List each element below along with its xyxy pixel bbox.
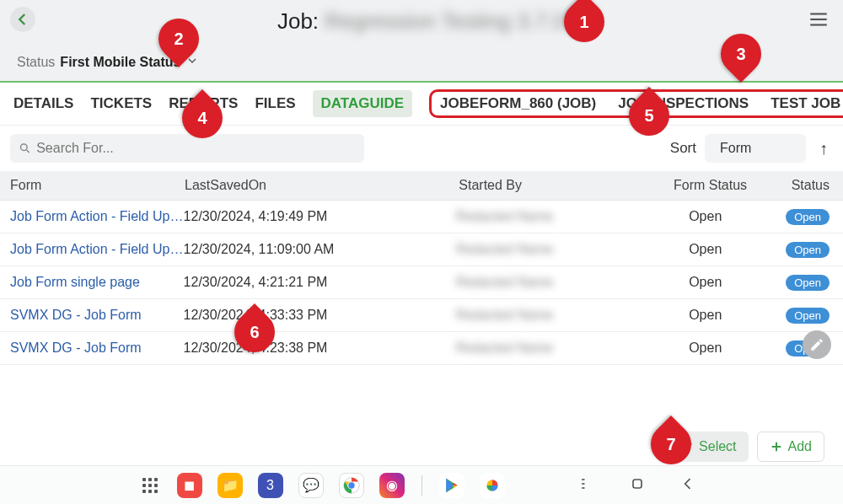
hamburger-icon [808, 8, 830, 30]
started-by-cell: Redacted Name [456, 308, 626, 323]
svg-line-4 [26, 150, 29, 153]
tab-job-inspections[interactable]: JOB INSPECTIONS [618, 95, 749, 112]
files-app-icon[interactable]: 📁 [217, 473, 243, 498]
pencil-icon [809, 337, 824, 352]
table-body: Job Form Action - Field Upd…12/30/2024, … [0, 201, 843, 365]
calendar-app-icon[interactable]: 3 [258, 473, 283, 498]
table-row[interactable]: SVMX DG - Job Form12/30/2024, 4:23:38 PM… [0, 332, 843, 365]
col-status[interactable]: Status [792, 178, 833, 193]
tab-dataguide[interactable]: DATAGUIDE [313, 90, 413, 117]
form-status-cell: Open [625, 242, 786, 257]
nav-back-button[interactable] [670, 475, 706, 496]
tabs-bar: DETAILS TICKETS REPORTS FILES DATAGUIDE … [0, 83, 843, 126]
last-saved-cell: 12/30/2024, 11:09:00 AM [184, 242, 456, 257]
tab-tickets[interactable]: TICKETS [90, 95, 152, 112]
sort-label: Sort [670, 140, 696, 157]
status-badge: Open [786, 242, 830, 258]
table-row[interactable]: Job Form Action - Field Upd…12/30/2024, … [0, 201, 843, 233]
search-input[interactable] [36, 141, 356, 156]
select-button[interactable]: Select [668, 432, 748, 462]
photos-svg [484, 477, 501, 494]
status-cell: Open [786, 308, 833, 323]
last-saved-cell: 12/30/2024, 4:23:38 PM [184, 340, 456, 356]
android-dock: ◼ 📁 3 💬 ◉ [0, 465, 843, 504]
last-saved-cell: 12/30/2024, 4:19:49 PM [184, 209, 456, 224]
started-by-cell: Redacted Name [456, 209, 626, 224]
form-link[interactable]: SVMX DG - Job Form [10, 308, 184, 323]
app-drawer-icon[interactable] [138, 474, 162, 497]
play-svg [443, 477, 460, 494]
tab-test-job-eforms[interactable]: TEST JOB EFORMS [771, 95, 843, 112]
status-label: Status [17, 55, 55, 70]
dock-separator [422, 475, 422, 496]
top-bar: Job: Regression Testing 3.7.0 Status Fir… [0, 0, 843, 81]
chevron-down-icon [185, 54, 199, 71]
table-row[interactable]: Job Form Action - Field Upd…12/30/2024, … [0, 233, 843, 266]
add-button[interactable]: Add [757, 432, 824, 462]
col-form[interactable]: Form [10, 178, 185, 193]
col-started-by[interactable]: Started By [459, 178, 629, 193]
table-row[interactable]: Job Form single page12/30/2024, 4:21:21 … [0, 266, 843, 299]
sort-direction[interactable]: ↑ [814, 136, 833, 162]
form-link[interactable]: Job Form single page [10, 275, 184, 290]
svg-point-3 [21, 144, 28, 151]
svg-rect-12 [633, 480, 642, 488]
form-status-cell: Open [625, 209, 786, 224]
select-label: Select [699, 439, 736, 454]
form-status-cell: Open [625, 308, 786, 323]
tab-details[interactable]: DETAILS [13, 95, 73, 112]
started-by-cell: Redacted Name [456, 242, 626, 257]
form-status-cell: Open [625, 340, 786, 356]
table-header: Form LastSavedOn Started By Form Status … [0, 171, 843, 201]
table-row[interactable]: SVMX DG - Job Form12/30/2024, 4:33:33 PM… [0, 299, 843, 332]
status-badge: Open [786, 308, 830, 324]
add-label: Add [788, 439, 812, 454]
status-cell: Open [786, 275, 833, 290]
page-title: Job: Regression Testing 3.7.0 [0, 8, 843, 35]
messages-app-icon[interactable]: 💬 [298, 473, 324, 498]
google-photos-icon[interactable] [480, 473, 505, 498]
col-form-status[interactable]: Form Status [629, 178, 791, 193]
bottom-actions: Select Add [668, 432, 824, 462]
toolbar-row: Sort Form ↑ [0, 126, 843, 171]
last-saved-cell: 12/30/2024, 4:21:21 PM [184, 275, 456, 290]
tab-reports[interactable]: REPORTS [169, 95, 238, 112]
started-by-cell: Redacted Name [456, 340, 626, 356]
menu-button[interactable] [808, 8, 830, 34]
chrome-svg [342, 476, 361, 495]
svg-point-8 [348, 482, 354, 488]
status-cell: Open [786, 209, 833, 224]
status-cell: Open [786, 242, 833, 257]
status-badge: Open [786, 275, 830, 291]
chevron-left-icon [15, 12, 30, 27]
app-icon-1[interactable]: ◼ [177, 473, 202, 498]
search-box[interactable] [10, 134, 364, 163]
form-link[interactable]: SVMX DG - Job Form [10, 340, 184, 356]
tab-jobeform-860[interactable]: JOBEFORM_860 (JOB) [440, 95, 596, 112]
sort-select[interactable]: Form [705, 134, 806, 163]
job-name-redacted: Regression Testing 3.7.0 [325, 8, 566, 34]
back-button[interactable] [10, 7, 35, 32]
instagram-icon[interactable]: ◉ [379, 473, 405, 498]
form-link[interactable]: Job Form Action - Field Upd… [10, 209, 184, 224]
recent-apps-button[interactable] [569, 475, 604, 496]
started-by-cell: Redacted Name [456, 275, 626, 290]
edit-fab[interactable] [803, 330, 831, 359]
form-link[interactable]: Job Form Action - Field Upd… [10, 242, 184, 257]
status-row[interactable]: Status First Mobile Status [10, 51, 833, 76]
form-status-cell: Open [625, 275, 786, 290]
home-button[interactable] [620, 475, 655, 496]
plus-icon [770, 440, 783, 453]
tab-files[interactable]: FILES [255, 95, 295, 112]
highlighted-tab-group: JOBEFORM_860 (JOB) JOB INSPECTIONS TEST … [429, 89, 843, 118]
chrome-icon[interactable] [339, 473, 364, 498]
search-icon [19, 142, 31, 155]
col-last-saved[interactable]: LastSavedOn [185, 178, 459, 193]
status-badge: Open [786, 209, 830, 225]
status-value: First Mobile Status [60, 55, 180, 70]
job-label: Job: [277, 8, 325, 34]
last-saved-cell: 12/30/2024, 4:33:33 PM [184, 308, 456, 323]
play-store-icon[interactable] [439, 473, 464, 498]
check-icon [680, 440, 694, 453]
